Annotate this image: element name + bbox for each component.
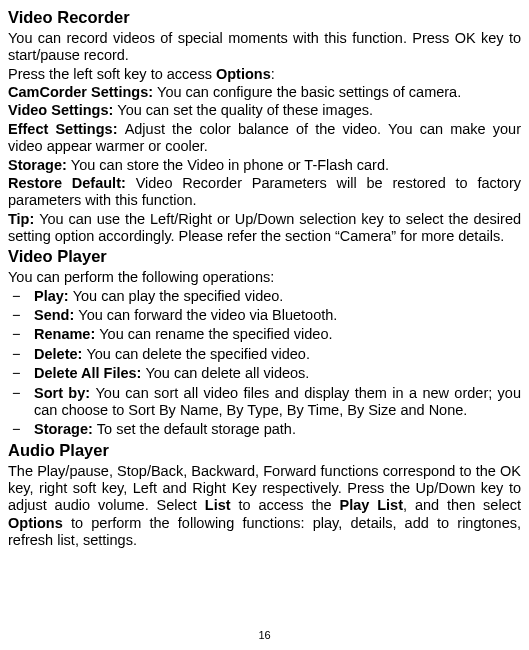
vr-press-left-c: : xyxy=(271,66,275,82)
ap-t3: to access the xyxy=(231,497,340,513)
vr-restore-lbl: Restore Default: xyxy=(8,175,136,191)
vr-camcorder-lbl: CamCorder Settings: xyxy=(8,84,157,100)
vp-item-lbl: Delete All Files: xyxy=(34,365,145,381)
vp-list: Play: You can play the specified video. … xyxy=(8,288,521,439)
vp-item-txt: You can play the specified video. xyxy=(73,288,284,304)
vp-item-txt: You can rename the specified video. xyxy=(99,326,332,342)
vr-restore: Restore Default: Video Recorder Paramete… xyxy=(8,175,521,210)
list-item: Sort by: You can sort all video files an… xyxy=(8,385,521,420)
vp-item-lbl: Send: xyxy=(34,307,78,323)
vr-effect-lbl: Effect Settings: xyxy=(8,121,125,137)
vp-item-txt: You can sort all video files and display… xyxy=(34,385,521,418)
ap-body: The Play/pause, Stop/Back, Backward, For… xyxy=(8,463,521,550)
vp-item-lbl: Delete: xyxy=(34,346,86,362)
vr-storage-txt: You can store the Video in phone or T-Fl… xyxy=(71,157,389,173)
vp-intro: You can perform the following operations… xyxy=(8,269,521,286)
list-item: Play: You can play the specified video. xyxy=(8,288,521,305)
vr-tip-txt: You can use the Left/Right or Up/Down se… xyxy=(8,211,521,244)
vr-tip: Tip: You can use the Left/Right or Up/Do… xyxy=(8,211,521,246)
ap-t4: Play List xyxy=(340,497,404,513)
list-item: Delete: You can delete the specified vid… xyxy=(8,346,521,363)
vr-storage-lbl: Storage: xyxy=(8,157,71,173)
vr-storage: Storage: You can store the Video in phon… xyxy=(8,157,521,174)
vp-item-txt: You can delete all videos. xyxy=(145,365,309,381)
vr-video-settings-lbl: Video Settings: xyxy=(8,102,117,118)
vr-video-settings-txt: You can set the quality of these images. xyxy=(117,102,373,118)
list-item: Delete All Files: You can delete all vid… xyxy=(8,365,521,382)
vr-press-left: Press the left soft key to access Option… xyxy=(8,66,521,83)
video-player-heading: Video Player xyxy=(8,247,521,267)
vr-press-left-b: Options xyxy=(216,66,271,82)
vp-item-lbl: Rename: xyxy=(34,326,99,342)
vr-camcorder-txt: You can configure the basic settings of … xyxy=(157,84,461,100)
audio-player-heading: Audio Player xyxy=(8,441,521,461)
vr-video-settings: Video Settings: You can set the quality … xyxy=(8,102,521,119)
video-recorder-heading: Video Recorder xyxy=(8,8,521,28)
vr-camcorder: CamCorder Settings: You can configure th… xyxy=(8,84,521,101)
vp-item-txt: To set the default storage path. xyxy=(97,421,296,437)
vr-press-left-a: Press the left soft key to access xyxy=(8,66,216,82)
ap-t6: Options xyxy=(8,515,63,531)
vp-item-lbl: Sort by: xyxy=(34,385,95,401)
list-item: Storage: To set the default storage path… xyxy=(8,421,521,438)
vr-effect: Effect Settings: Adjust the color balanc… xyxy=(8,121,521,156)
ap-t7: to perform the following functions: play… xyxy=(8,515,521,548)
vp-item-lbl: Storage: xyxy=(34,421,97,437)
ap-t2: List xyxy=(205,497,231,513)
vp-item-lbl: Play: xyxy=(34,288,73,304)
vr-intro: You can record videos of special moments… xyxy=(8,30,521,65)
page-number: 16 xyxy=(0,629,529,642)
vp-item-txt: You can forward the video via Bluetooth. xyxy=(78,307,337,323)
vp-item-txt: You can delete the specified video. xyxy=(86,346,310,362)
vr-tip-lbl: Tip: xyxy=(8,211,39,227)
list-item: Rename: You can rename the specified vid… xyxy=(8,326,521,343)
ap-t5: , and then select xyxy=(403,497,521,513)
list-item: Send: You can forward the video via Blue… xyxy=(8,307,521,324)
